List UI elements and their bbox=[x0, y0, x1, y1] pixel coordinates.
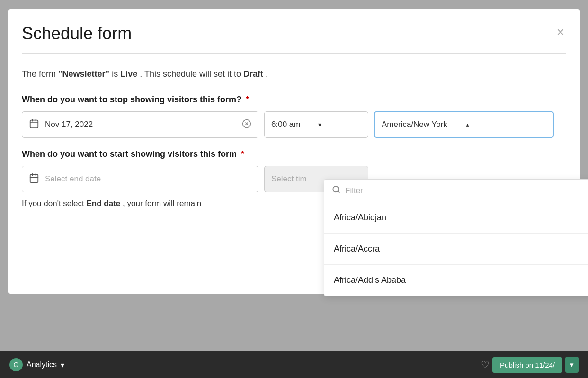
timezone-option-accra[interactable]: Africa/Accra bbox=[324, 234, 588, 265]
stop-date-input[interactable] bbox=[22, 111, 258, 138]
stop-time-value: 6:00 am bbox=[271, 120, 314, 129]
start-date-input[interactable] bbox=[22, 166, 258, 192]
analytics-icon: G bbox=[9, 358, 23, 371]
start-required-star: * bbox=[241, 149, 244, 159]
description-prefix: The form bbox=[22, 69, 58, 79]
svg-rect-0 bbox=[30, 120, 38, 127]
dropdown-search-wrapper bbox=[324, 180, 588, 202]
timezone-chevron-up-icon: ▴ bbox=[466, 121, 546, 128]
stop-time-select[interactable]: 6:00 am ▾ bbox=[264, 111, 368, 138]
stop-section-label: When do you want to stop showing visitor… bbox=[22, 95, 566, 105]
stop-date-field[interactable] bbox=[45, 120, 236, 129]
modal-title: Schedule form bbox=[22, 24, 132, 44]
helper-bold: End date bbox=[87, 199, 121, 208]
form-description: The form "Newsletter" is Live . This sch… bbox=[22, 68, 566, 81]
timezone-option-abidjan[interactable]: Africa/Abidjan bbox=[324, 202, 588, 234]
publish-label: Publish on 11/24/ bbox=[500, 361, 555, 369]
svg-line-12 bbox=[338, 191, 339, 192]
start-calendar-icon bbox=[29, 173, 39, 186]
modal-overlay: Schedule form × The form "Newsletter" is… bbox=[0, 0, 588, 378]
description-suffix: . bbox=[266, 69, 268, 79]
stop-timezone-value: America/New York bbox=[382, 120, 462, 129]
helper-prefix: If you don't select bbox=[22, 199, 87, 208]
required-star: * bbox=[246, 95, 249, 104]
helper-suffix: , your form will remain bbox=[123, 199, 201, 208]
stop-section: When do you want to stop showing visitor… bbox=[22, 95, 566, 138]
description-middle: is bbox=[112, 69, 120, 79]
description-middle2: . This schedule will set it to bbox=[140, 69, 243, 79]
publish-section: ♡ Publish on 11/24/ ▾ bbox=[481, 357, 579, 373]
stop-timezone-select[interactable]: America/New York ▴ bbox=[374, 111, 554, 138]
calendar-icon bbox=[29, 118, 39, 131]
time-chevron-down-icon: ▾ bbox=[318, 121, 361, 128]
analytics-section: G Analytics ▾ bbox=[9, 358, 64, 371]
timezone-filter-input[interactable] bbox=[345, 186, 587, 196]
search-icon bbox=[332, 185, 340, 196]
start-time-placeholder: Select tim bbox=[271, 174, 307, 184]
publish-button[interactable]: Publish on 11/24/ bbox=[492, 357, 562, 373]
close-button[interactable]: × bbox=[555, 24, 566, 41]
start-date-field[interactable] bbox=[45, 174, 251, 184]
publish-chevron-button[interactable]: ▾ bbox=[565, 357, 579, 373]
header-divider bbox=[22, 53, 566, 54]
start-section-label: When do you want to start showing visito… bbox=[22, 149, 566, 159]
status-live: Live bbox=[120, 69, 137, 79]
bottom-bar: G Analytics ▾ ♡ Publish on 11/24/ ▾ bbox=[0, 351, 588, 378]
schedule-form-modal: Schedule form × The form "Newsletter" is… bbox=[8, 9, 580, 294]
heart-icon: ♡ bbox=[481, 359, 490, 370]
timezone-option-addis-ababa[interactable]: Africa/Addis Ababa bbox=[324, 265, 588, 296]
form-name: "Newsletter" bbox=[58, 69, 109, 79]
modal-header: Schedule form × bbox=[22, 24, 566, 44]
timezone-dropdown-list: Africa/Abidjan Africa/Accra Africa/Addis… bbox=[324, 202, 588, 296]
clear-date-button[interactable] bbox=[242, 119, 251, 131]
timezone-dropdown: Africa/Abidjan Africa/Accra Africa/Addis… bbox=[324, 179, 588, 296]
svg-rect-7 bbox=[30, 174, 38, 182]
status-draft: Draft bbox=[243, 69, 263, 79]
stop-field-row: 6:00 am ▾ America/New York ▴ bbox=[22, 111, 566, 138]
analytics-label: Analytics bbox=[27, 360, 57, 369]
analytics-chevron-icon: ▾ bbox=[61, 360, 64, 369]
